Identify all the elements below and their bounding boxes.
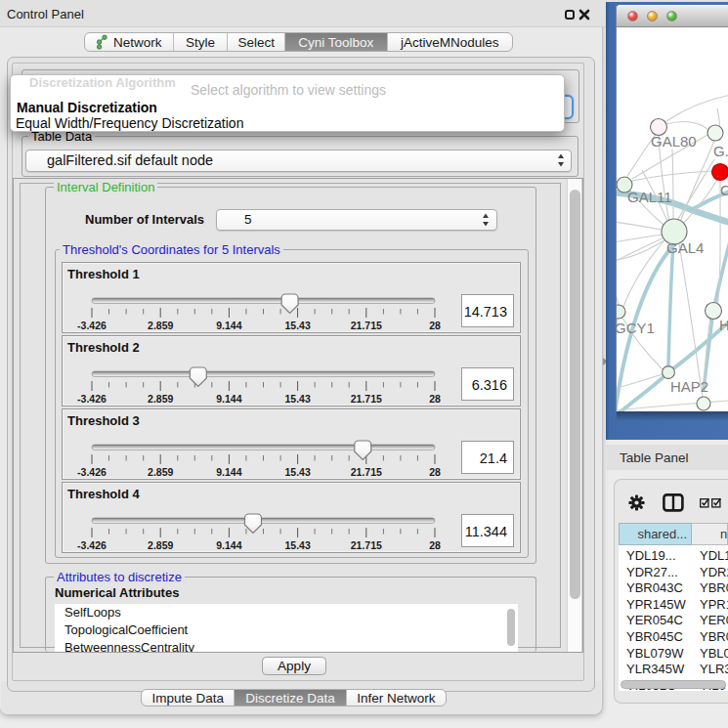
svg-text:C: C bbox=[720, 182, 728, 198]
svg-text:21.715: 21.715 bbox=[351, 539, 382, 551]
svg-text:HAP2: HAP2 bbox=[670, 378, 708, 395]
svg-text:-3.426: -3.426 bbox=[77, 539, 107, 551]
svg-text:GCY1: GCY1 bbox=[617, 320, 655, 336]
svg-text:28: 28 bbox=[429, 393, 441, 405]
svg-text:15.43: 15.43 bbox=[284, 466, 310, 478]
svg-text:H: H bbox=[719, 317, 728, 333]
svg-text:-3.426: -3.426 bbox=[77, 466, 107, 478]
svg-text:21.715: 21.715 bbox=[351, 393, 382, 405]
svg-text:G.: G. bbox=[713, 143, 728, 159]
svg-text:28: 28 bbox=[429, 539, 441, 551]
svg-text:21.715: 21.715 bbox=[351, 320, 382, 331]
svg-text:9.144: 9.144 bbox=[216, 393, 241, 405]
svg-text:21.715: 21.715 bbox=[351, 466, 382, 478]
svg-text:2.859: 2.859 bbox=[148, 539, 173, 551]
svg-text:15.43: 15.43 bbox=[284, 320, 310, 331]
svg-text:-3.426: -3.426 bbox=[77, 393, 107, 405]
svg-text:15.43: 15.43 bbox=[284, 393, 310, 405]
svg-text:2.859: 2.859 bbox=[148, 466, 173, 478]
svg-text:15.43: 15.43 bbox=[284, 539, 310, 551]
svg-text:9.144: 9.144 bbox=[216, 320, 241, 331]
svg-text:-3.426: -3.426 bbox=[77, 320, 107, 331]
svg-text:9.144: 9.144 bbox=[216, 466, 241, 478]
svg-text:2.859: 2.859 bbox=[148, 393, 173, 405]
svg-text:9.144: 9.144 bbox=[216, 539, 241, 551]
svg-text:GAL11: GAL11 bbox=[627, 189, 672, 205]
svg-text:28: 28 bbox=[429, 466, 441, 478]
svg-text:2.859: 2.859 bbox=[148, 320, 173, 331]
svg-text:GAL80: GAL80 bbox=[651, 133, 697, 150]
svg-text:28: 28 bbox=[429, 320, 441, 331]
svg-text:GAL4: GAL4 bbox=[666, 239, 704, 256]
